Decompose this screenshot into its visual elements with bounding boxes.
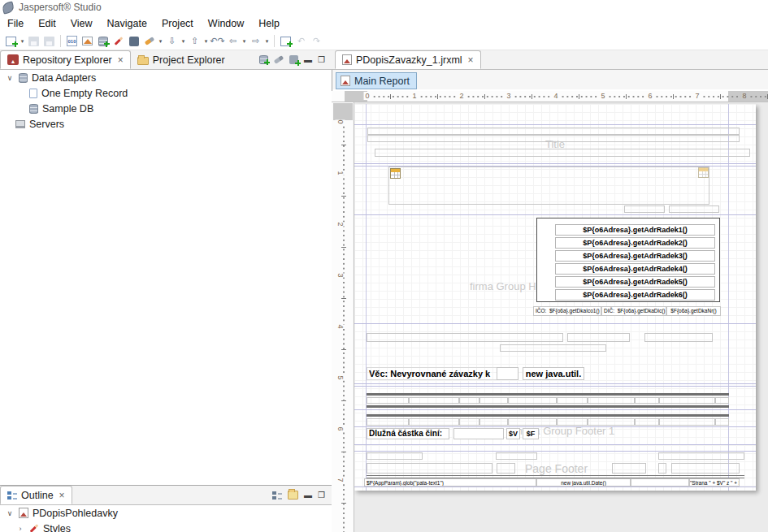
menu-edit[interactable]: Edit [31,15,63,32]
report-element[interactable] [671,463,740,474]
address-field[interactable]: $P{o6Adresa}.getAdrRadek6() [555,289,715,301]
tab-main-report[interactable]: Main Report [336,72,417,89]
table-cell[interactable] [588,397,635,404]
table-rule[interactable] [367,414,729,417]
back-history-icon[interactable]: ⇦ [226,35,240,48]
table-cell[interactable] [557,397,588,404]
minimize-icon[interactable]: ▬ [304,55,312,64]
ico-field[interactable]: IČO: $F{o6a}.getDkaIco1() [533,306,601,316]
table-cell[interactable] [557,418,588,426]
chevron-down-icon[interactable]: ∨ [5,74,15,82]
chevron-down-icon[interactable]: ∨ [5,509,15,517]
table-cell[interactable] [508,397,557,404]
address-field[interactable]: $P{o6Adresa}.getAdrRadek4() [555,263,715,275]
table-rule[interactable] [367,393,729,396]
menu-window[interactable]: Window [201,15,251,32]
chevron-right-icon[interactable]: › [15,525,25,532]
last-edit-location-icon[interactable]: ↶↷ [210,35,224,48]
table-cell[interactable] [479,397,508,404]
dluzna-label-field[interactable]: Dlužná částka činí: [367,428,449,439]
table-cell[interactable] [459,397,479,404]
designer-view-icon[interactable] [288,491,298,500]
close-icon[interactable]: × [468,54,474,66]
table-cell[interactable] [659,418,715,426]
table-cell[interactable] [459,418,479,426]
table-cell[interactable] [367,397,409,404]
report-element[interactable] [624,205,665,213]
add-server-icon[interactable] [289,55,298,64]
tree-item-styles[interactable]: › Styles [0,521,332,532]
report-element[interactable] [497,367,519,380]
report-element[interactable] [496,452,537,460]
table-cell[interactable] [635,397,659,404]
minimize-icon[interactable]: ▬ [304,491,312,500]
back-dropdown-icon[interactable]: ▾ [241,38,248,45]
tab-outline[interactable]: Outline × [0,486,72,504]
menu-file[interactable]: File [0,15,31,32]
tab-editor-jrxml[interactable]: PDopisZavazky_1.jrxml × [335,50,481,69]
tree-item-servers[interactable]: Servers [0,116,332,132]
save-icon[interactable] [27,35,41,48]
tree-item-report-root[interactable]: ∨ PDopisPohledavky [0,505,332,521]
report-element[interactable] [644,333,713,342]
tab-project-explorer[interactable]: Project Explorer [131,50,232,69]
new-report-wizard-icon[interactable] [4,35,18,48]
menu-project[interactable]: Project [154,15,201,32]
preview-run-icon[interactable] [142,35,156,48]
report-element[interactable] [375,149,750,157]
forward-dropdown-icon[interactable]: ▾ [263,38,271,45]
open-editor-icon[interactable] [279,35,293,48]
report-element[interactable] [367,452,423,460]
undo-icon[interactable]: ↶ [294,35,308,48]
table-cell[interactable] [367,418,409,426]
run-dropdown-icon[interactable]: ▾ [157,38,164,45]
forward-history-icon[interactable]: ⇨ [249,35,263,48]
address-field[interactable]: $P{o6Adresa}.getAdrRadek1() [555,224,715,236]
table-icon[interactable] [698,167,709,178]
import-dropdown-icon[interactable]: ▾ [180,38,187,45]
report-element[interactable] [631,478,689,487]
table-cell[interactable] [635,418,659,426]
menu-help[interactable]: Help [251,15,287,32]
report-element[interactable] [669,205,719,213]
table-cell[interactable] [409,418,459,426]
dluzna-v-field[interactable]: $V [506,428,520,439]
footer-date-field[interactable]: new java.util.Date() [536,478,631,487]
compile-report-icon[interactable] [111,35,125,48]
import-icon[interactable]: ⇩ [165,35,179,48]
nr-field[interactable]: $F{o6a}.getDkaNr() [666,306,721,316]
table-cell[interactable] [659,397,715,404]
vec-label-field[interactable]: Věc: Nevyrovnané závazky k [367,367,497,380]
maximize-icon[interactable]: ❐ [318,491,325,500]
table-cell[interactable] [479,418,508,426]
publish-report-icon[interactable] [80,35,94,48]
tree-item-sample-db[interactable]: Sample DB [0,101,332,116]
report-element[interactable] [367,463,492,474]
save-all-icon[interactable] [42,35,56,48]
footer-page-field[interactable]: "Strana " + $V" z " + $V [689,478,740,487]
report-element[interactable] [612,463,646,474]
table-cell[interactable] [715,418,729,426]
menu-navigate[interactable]: Navigate [100,15,154,32]
redo-icon[interactable]: ↷ [310,35,323,48]
address-field[interactable]: $P{o6Adresa}.getAdrRadek2() [555,237,715,249]
report-element[interactable] [567,333,630,342]
tab-repository-explorer[interactable]: ▲ Repository Explorer × [0,50,131,69]
tree-view-icon[interactable] [272,491,282,500]
address-field[interactable]: $P{o6Adresa}.getAdrRadek3() [555,250,715,262]
table-icon[interactable] [390,168,401,179]
export-icon[interactable]: ⇧ [188,35,202,48]
maximize-icon[interactable]: ❐ [318,55,325,64]
report-element[interactable] [367,333,563,342]
menu-view[interactable]: View [63,15,100,32]
report-element[interactable] [500,344,606,352]
add-database-icon[interactable] [96,35,110,48]
table-rule[interactable] [367,405,729,408]
report-element[interactable] [367,128,740,135]
address-field[interactable]: $P{o6Adresa}.getAdrRadek5() [555,276,715,288]
footer-left-field[interactable]: $P{AppParam}.glob("pata-text1") [364,478,536,487]
close-icon[interactable]: × [118,54,124,66]
dataset-icon[interactable] [127,35,141,48]
table-cell[interactable] [409,397,459,404]
tree-item-one-empty-record[interactable]: One Empty Record [0,85,332,101]
